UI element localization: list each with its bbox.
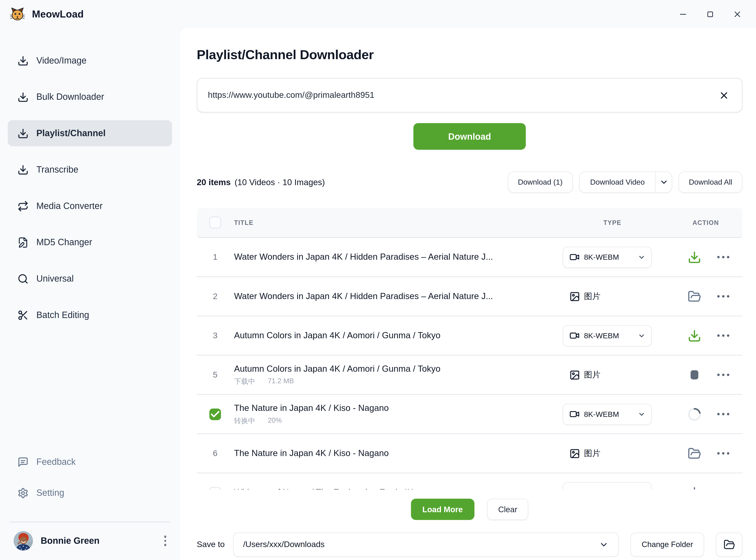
image-icon: [570, 291, 580, 302]
type-cell: 图片: [563, 448, 600, 459]
table-header: TITLE TYPE ACTION: [197, 208, 742, 238]
video-icon: [570, 409, 580, 419]
url-input[interactable]: [208, 90, 717, 100]
sidebar-item-universal[interactable]: Universal: [8, 266, 172, 292]
more-options-button[interactable]: [716, 293, 731, 299]
scissors-icon: [18, 309, 29, 321]
open-folder-button[interactable]: [688, 289, 701, 303]
type-label: 图片: [584, 369, 600, 380]
row-checkbox-checked[interactable]: [209, 408, 221, 420]
download-selected-button[interactable]: Download (1): [508, 172, 573, 193]
sidebar-item-transcribe[interactable]: Transcribe: [8, 157, 172, 183]
sidebar-item-media-converter[interactable]: Media Converter: [8, 193, 172, 219]
chevron-down-icon: [638, 332, 645, 340]
table-row: 3 Autumn Colors in Japan 4K / Aomori / G…: [197, 316, 742, 356]
row-number: 3: [213, 331, 217, 340]
format-label: 8K-WEBM: [584, 331, 633, 340]
download-video-label[interactable]: Download Video: [579, 178, 655, 186]
type-label: 图片: [584, 291, 600, 302]
row-status-value: 20%: [268, 416, 282, 425]
user-menu-kebab-icon[interactable]: [161, 533, 169, 549]
download-item-button[interactable]: [688, 486, 701, 489]
clear-button[interactable]: Clear: [487, 499, 529, 520]
row-title: Water Wonders in Japan 4K / Hidden Parad…: [234, 252, 563, 262]
type-cell: 图片: [563, 369, 600, 380]
sidebar: Video/Image Bulk Downloader Playlist/Cha…: [0, 28, 180, 560]
save-path-select[interactable]: /Users/xxx/Downloads: [233, 533, 619, 557]
format-select[interactable]: 8K-WEBM: [563, 246, 652, 268]
page-title: Playlist/Channel Downloader: [197, 47, 742, 62]
app-title: MeowLoad: [32, 8, 84, 20]
sidebar-secondary-nav: Feedback Setting: [8, 449, 172, 511]
more-options-button[interactable]: [716, 372, 731, 378]
row-title: Autumn Colors in Japan 4K / Aomori / Gun…: [234, 364, 563, 374]
format-label: 8K-WEBM: [584, 253, 633, 261]
row-title: The Nature in Japan 4K / Kiso - Nagano: [234, 448, 563, 459]
download-icon: [18, 164, 29, 175]
row-number: 5: [213, 370, 217, 380]
row-status: 下载中 71.2 MB: [234, 377, 563, 386]
close-icon[interactable]: [729, 6, 745, 22]
search-icon: [18, 273, 29, 284]
open-folder-icon[interactable]: [716, 533, 742, 557]
user-row[interactable]: Bonnie Green: [8, 531, 172, 551]
items-count: 20 items: [197, 177, 231, 187]
chevron-down-icon: [638, 489, 645, 489]
main-panel: Playlist/Channel Downloader Download 20 …: [180, 28, 756, 560]
download-button[interactable]: Download: [413, 123, 526, 149]
sidebar-item-setting[interactable]: Setting: [8, 480, 172, 506]
more-options-button[interactable]: [716, 450, 731, 457]
minimize-icon[interactable]: [675, 6, 691, 22]
row-number: 2: [213, 292, 217, 301]
video-icon: [570, 331, 580, 341]
download-item-button[interactable]: [688, 329, 701, 342]
format-select[interactable]: 8K-WEBM: [563, 325, 652, 346]
table-row: 5 Autumn Colors in Japan 4K / Aomori / G…: [197, 356, 742, 395]
sidebar-item-playlist-channel[interactable]: Playlist/Channel: [8, 120, 172, 146]
maximize-icon[interactable]: [702, 6, 718, 22]
table-row: The Nature in Japan 4K / Kiso - Nagano 转…: [197, 395, 742, 434]
table-row: 2 Water Wonders in Japan 4K / Hidden Par…: [197, 277, 742, 316]
row-checkbox[interactable]: [209, 487, 221, 489]
select-all-checkbox[interactable]: [209, 217, 221, 228]
items-summary: 20 items (10 Videos · 10 Images): [197, 177, 325, 187]
column-header-action: ACTION: [660, 219, 742, 226]
row-status-label: 转换中: [234, 416, 255, 425]
format-label: 8K-WEBM: [584, 410, 633, 418]
chevron-down-icon[interactable]: [655, 172, 672, 193]
chevron-down-icon: [638, 410, 645, 418]
load-more-button[interactable]: Load More: [411, 499, 474, 520]
download-video-split-button[interactable]: Download Video: [579, 172, 672, 193]
format-select[interactable]: 8K-WEBM: [563, 482, 652, 489]
url-input-container: [197, 78, 742, 113]
save-to-label: Save to: [197, 540, 225, 549]
row-title: Whispers of Nature / The Enchanting Eart…: [234, 487, 563, 489]
more-options-button[interactable]: [716, 333, 731, 339]
sidebar-item-video-image[interactable]: Video/Image: [8, 47, 172, 74]
image-icon: [570, 369, 580, 380]
clear-url-icon[interactable]: [717, 88, 731, 103]
sidebar-item-md5-changer[interactable]: MD5 Changer: [8, 229, 172, 256]
more-options-button[interactable]: [716, 411, 731, 417]
stop-button[interactable]: [688, 368, 701, 382]
save-bar: Save to /Users/xxx/Downloads Change Fold…: [197, 533, 742, 557]
gear-icon: [18, 487, 29, 498]
sidebar-item-bulk-downloader[interactable]: Bulk Downloader: [8, 84, 172, 110]
sidebar-item-feedback[interactable]: Feedback: [8, 449, 172, 475]
open-folder-button[interactable]: [688, 446, 701, 460]
download-item-button[interactable]: [688, 250, 701, 264]
table-row: Whispers of Nature / The Enchanting Eart…: [197, 474, 742, 489]
chevron-down-icon: [599, 540, 609, 549]
download-all-button[interactable]: Download All: [679, 172, 742, 193]
change-folder-button[interactable]: Change Folder: [631, 533, 704, 557]
format-label: 8K-WEBM: [584, 488, 633, 489]
format-select[interactable]: 8K-WEBM: [563, 403, 652, 425]
repeat-icon: [18, 200, 29, 212]
type-cell: 图片: [563, 291, 600, 302]
sidebar-item-batch-editing[interactable]: Batch Editing: [8, 302, 172, 328]
chevron-down-icon: [638, 253, 645, 261]
message-icon: [18, 456, 29, 467]
column-header-type: TYPE: [563, 219, 660, 226]
file-pen-icon: [18, 237, 29, 248]
more-options-button[interactable]: [716, 254, 731, 260]
